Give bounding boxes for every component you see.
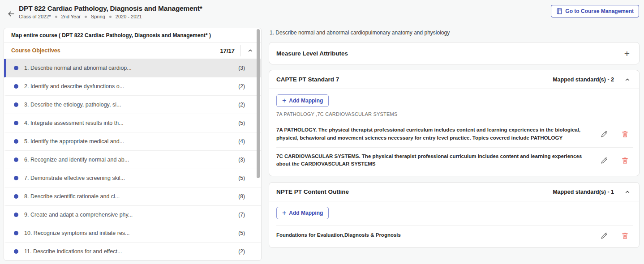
breadcrumb-year: 2nd Year [61,14,81,19]
bullet-icon [14,249,18,254]
objective-item-4[interactable]: 4. Integrate assessment results into th.… [4,114,261,132]
delete-mapping-button[interactable] [620,130,629,139]
selected-objective-title: 1. Describe normal and abnormal cardiopu… [270,30,640,36]
mapping-detail-panel: 1. Describe normal and abnormal cardiopu… [269,28,640,254]
objective-count: (3) [238,65,245,71]
collapse-npte-card-button[interactable] [622,187,633,197]
bullet-icon [14,158,18,162]
bullet-icon [14,176,18,180]
mapping-row: 7A PATHOLOGY. The physical therapist pro… [276,121,633,147]
delete-mapping-button[interactable] [620,156,629,165]
chevron-up-icon [624,189,631,195]
edit-mapping-button[interactable] [600,130,609,139]
objective-count: (2) [238,248,245,255]
objective-count: (5) [238,230,245,236]
capte-card-title: CAPTE PT Standard 7 [276,76,553,83]
objective-item-5[interactable]: 5. Identify the appropriate medical and.… [4,132,261,151]
scrollbar-thumb[interactable] [257,29,260,178]
bullet-icon [14,139,18,144]
objective-item-2[interactable]: 2. Identify and describe dysfunctions o.… [4,77,261,96]
objective-count: (5) [238,120,245,126]
objective-count: (4) [238,138,245,145]
objective-count: (2) [238,83,245,89]
objective-label: 3. Describe the etiology, pathology, si.… [24,102,238,108]
course-objectives-label: Course Objectives [11,47,220,54]
mapped-standards-summary: 7A PATHOLOGY ,7C CARDIOVASCULAR SYSTEMS [276,111,633,117]
objective-label: 8. Describe scientific rationale and cl.… [24,193,238,200]
add-measure-attribute-button[interactable]: + [621,47,633,59]
objective-item-1[interactable]: 1. Describe normal and abnormal cardiop.… [4,59,261,77]
go-to-course-management-label: Go to Course Management [565,8,634,14]
collapse-objectives-button[interactable] [245,45,256,56]
objective-count: (3) [238,157,245,163]
bullet-icon [14,102,18,107]
divider [240,45,240,56]
arrow-left-icon [7,9,16,18]
add-mapping-button[interactable]: + Add Mapping [276,207,329,219]
capte-mapped-count: Mapped standard(s) - 2 [553,77,614,83]
objective-item-10[interactable]: 10. Recognize symptoms and initiate res.… [4,224,261,243]
bullet-icon [14,213,18,217]
objective-label: 7. Demonstrate effective screening skil.… [24,175,238,181]
edit-mapping-button[interactable] [600,156,609,165]
course-objectives-panel: Map entire course ( DPT 822 Cardiac Path… [4,28,262,261]
plus-icon: + [624,49,630,58]
go-to-course-management-button[interactable]: Go to Course Management [551,5,639,17]
add-mapping-label: Add Mapping [289,98,323,104]
bullet-icon [14,66,18,70]
map-entire-course-title: Map entire course ( DPT 822 Cardiac Path… [4,28,261,43]
objective-count: (8) [238,193,245,200]
objective-label: 4. Integrate assessment results into th.… [24,120,238,126]
objective-item-6[interactable]: 6. Recognize and identify normal and ab.… [4,151,261,169]
mapping-text: Foundations for Evaluation,Diagnosis & P… [276,231,588,239]
add-mapping-button[interactable]: + Add Mapping [276,94,329,107]
collapse-capte-card-button[interactable] [622,74,633,85]
mapping-text: 7A PATHOLOGY. The physical therapist pro… [276,126,588,142]
objective-label: 1. Describe normal and abnormal cardiop.… [24,65,238,71]
pencil-icon [601,157,608,164]
objective-item-7[interactable]: 7. Demonstrate effective screening skil.… [4,169,261,187]
page-title: DPT 822 Cardiac Pathology, Diagnosis and… [19,4,202,13]
add-mapping-label: Add Mapping [289,210,323,216]
breadcrumb-cohort: Class of 2022* [19,14,51,19]
dot-separator-icon [55,16,57,18]
objective-label: 9. Create and adapt a comprehensive phy.… [24,212,238,218]
breadcrumb-term: Spring [91,14,105,19]
objective-count: (7) [238,212,245,218]
delete-mapping-button[interactable] [620,231,629,240]
chevron-up-icon [247,47,253,54]
objective-item-11[interactable]: 11. Describe indications for and effect.… [4,243,261,261]
objective-item-9[interactable]: 9. Create and adapt a comprehensive phy.… [4,206,261,224]
objective-item-8[interactable]: 8. Describe scientific rationale and cl.… [4,187,261,206]
measure-level-attributes-card: Measure Level Attributes + [269,42,640,64]
bullet-icon [14,194,18,199]
objectives-count: 17/17 [220,47,235,54]
objective-count: (5) [238,175,245,181]
capte-standard-card: CAPTE PT Standard 7 Mapped standard(s) -… [269,70,640,176]
plus-icon: + [282,97,286,104]
objective-label: 6. Recognize and identify normal and ab.… [24,157,238,163]
npte-standard-card: NPTE PT Content Outline Mapped standard(… [269,182,640,248]
plus-icon: + [282,209,286,217]
bullet-icon [14,84,18,89]
edit-mapping-button[interactable] [600,231,609,240]
trash-icon [621,130,629,138]
objective-label: 2. Identify and describe dysfunctions o.… [24,83,238,89]
pencil-icon [601,232,608,239]
mapping-row: Foundations for Evaluation,Diagnosis & P… [276,226,633,245]
objective-label: 10. Recognize symptoms and initiate res.… [24,230,238,236]
back-button[interactable] [5,8,17,20]
breadcrumb: Class of 2022* 2nd Year Spring 2020 - 20… [19,14,142,19]
trash-icon [621,232,629,239]
objective-item-3[interactable]: 3. Describe the etiology, pathology, si.… [4,96,261,114]
objective-label: 11. Describe indications for and effect.… [24,248,238,255]
mapping-text: 7C CARDIOVASCULAR SYSTEMS. The physical … [276,153,588,169]
spacer [276,219,633,226]
npte-mapped-count: Mapped standard(s) - 1 [553,189,614,195]
chevron-up-icon [624,77,631,83]
npte-card-title: NPTE PT Content Outline [276,188,553,195]
dot-separator-icon [109,16,112,18]
bullet-icon [14,121,18,125]
measure-level-attributes-title: Measure Level Attributes [276,50,621,57]
trash-icon [621,157,629,164]
